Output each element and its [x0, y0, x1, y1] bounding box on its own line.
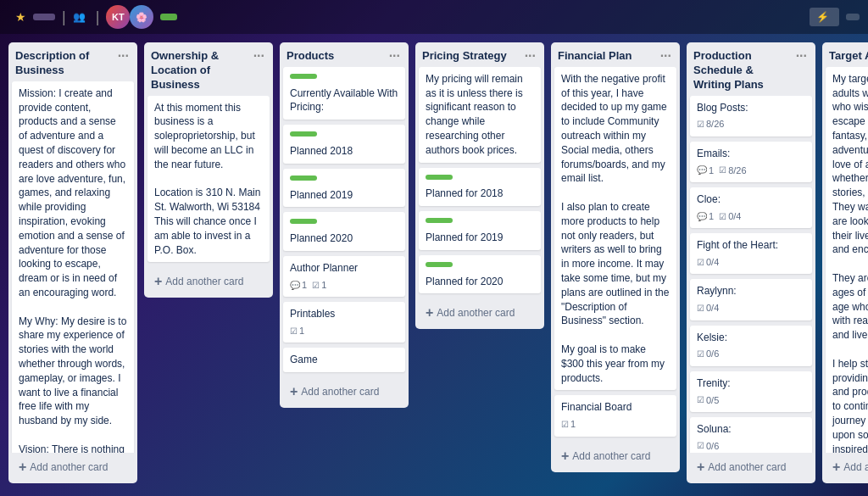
card-text: Author Planner	[290, 261, 398, 276]
card-footer: 💬 1☑ 1	[290, 279, 398, 292]
board-type-badge	[33, 14, 55, 20]
plus-icon: +	[290, 384, 298, 399]
butler-button[interactable]: ⚡	[810, 8, 839, 26]
table-row[interactable]: Raylynn:☑ 0/4	[690, 279, 812, 320]
column-header-col1: Description of Business···	[8, 42, 137, 81]
table-row[interactable]: Currently Available With Pricing:	[283, 67, 405, 120]
table-row[interactable]: Planned 2020	[283, 212, 405, 251]
column-header-col7: Target Audience···	[822, 42, 868, 67]
card-text: Soluna:	[697, 422, 805, 437]
column-menu-col3[interactable]: ···	[387, 49, 402, 63]
separator: |	[62, 8, 66, 26]
plus-icon: +	[697, 460, 704, 475]
column-body-col2: At this moment this business is a solepr…	[144, 96, 273, 268]
invite-button[interactable]	[160, 14, 177, 20]
add-card-label: Add another card	[301, 386, 379, 398]
plus-icon: +	[832, 460, 840, 475]
add-card-button-col1[interactable]: +Add another card	[12, 454, 134, 480]
card-checklist-count: ☑ 8/26	[697, 118, 724, 131]
table-row[interactable]: Planned for 2019	[419, 211, 541, 250]
add-card-label: Add another card	[165, 276, 243, 287]
add-card-button-col7[interactable]: +Add another card	[826, 454, 868, 480]
checklist-icon: ☑	[697, 257, 704, 269]
table-row[interactable]: Blog Posts:☑ 8/26	[690, 96, 812, 137]
column-body-col3: Currently Available With Pricing:Planned…	[280, 67, 409, 377]
add-card-button-col4[interactable]: +Add another card	[419, 300, 541, 326]
column-menu-col1[interactable]: ···	[116, 49, 131, 63]
card-label	[290, 131, 317, 137]
column-body-col5: With the negative profit of this year, I…	[551, 67, 680, 442]
butler-icon: ⚡	[816, 11, 829, 23]
card-footer: ☑ 1	[561, 418, 670, 431]
card-comment-count: 💬 1	[697, 210, 714, 223]
add-card-button-col5[interactable]: +Add another card	[554, 443, 676, 469]
table-row[interactable]: Fight of the Heart:☑ 0/4	[690, 233, 812, 274]
card-text: Planned for 2020	[426, 275, 534, 289]
add-card-button-col6[interactable]: +Add another card	[690, 454, 812, 480]
column-menu-col4[interactable]: ···	[523, 49, 537, 63]
checklist-icon: ☑	[697, 440, 704, 452]
add-card-label: Add another card	[843, 461, 868, 473]
plus-icon: +	[154, 274, 162, 289]
table-row[interactable]: Planned 2019	[283, 169, 405, 208]
table-row[interactable]: Soluna:☑ 0/6	[690, 417, 812, 453]
add-card-button-col3[interactable]: +Add another card	[283, 379, 405, 404]
column-menu-col5[interactable]: ···	[659, 49, 673, 63]
team-visibility[interactable]: 👥	[73, 11, 89, 23]
avatar2[interactable]: 🌸	[130, 5, 153, 29]
table-row[interactable]: With the negative profit of this year, I…	[554, 67, 676, 391]
column-title-col1: Description of Business	[15, 49, 116, 78]
table-row[interactable]: Financial Board☑ 1	[554, 395, 676, 436]
card-text: Trenity:	[697, 376, 805, 391]
column-header-col5: Financial Plan···	[551, 42, 680, 67]
column-col1: Description of Business···Mission: I cre…	[8, 42, 137, 483]
card-text: With the negative profit of this year, I…	[561, 72, 670, 386]
card-text: Financial Board	[561, 400, 670, 415]
card-footer: 💬 1☑ 0/4	[697, 210, 805, 223]
column-body-col4: My pricing will remain as it is unless t…	[415, 67, 544, 299]
plus-icon: +	[561, 449, 569, 464]
table-row[interactable]: Game	[283, 348, 405, 372]
card-checklist-count: ☑ 0/6	[697, 348, 719, 360]
checklist-icon: ☑	[719, 211, 726, 223]
column-menu-col6[interactable]: ···	[794, 49, 809, 63]
avatar[interactable]: KT	[106, 5, 130, 29]
column-col2: Ownership & Location of Business···At th…	[144, 42, 273, 298]
table-row[interactable]: My target audience are adults with busy …	[826, 67, 868, 453]
table-row[interactable]: My pricing will remain as it is unless t…	[419, 67, 541, 163]
card-checklist-count: ☑ 1	[290, 325, 304, 337]
column-menu-col2[interactable]: ···	[252, 49, 266, 63]
column-header-col2: Ownership & Location of Business···	[144, 42, 273, 96]
column-col5: Financial Plan···With the negative profi…	[551, 42, 680, 472]
comment-icon: 💬	[290, 280, 300, 292]
show-menu-button[interactable]	[846, 14, 860, 20]
add-card-label: Add another card	[30, 461, 108, 473]
table-row[interactable]: Planned for 2018	[419, 168, 541, 207]
table-row[interactable]: Planned for 2020	[419, 255, 541, 294]
table-row[interactable]: Mission: I create and provide content, p…	[12, 81, 134, 453]
card-footer: ☑ 0/5	[697, 394, 805, 407]
table-row[interactable]: Kelsie:☑ 0/6	[690, 326, 812, 366]
star-icon[interactable]: ★	[15, 10, 26, 24]
card-checklist-count: ☑ 0/5	[697, 394, 719, 407]
app-header: ★ | 👥 | KT 🌸 ⚡	[0, 0, 868, 34]
table-row[interactable]: Emails:💬 1☑ 8/26	[690, 142, 812, 182]
table-row[interactable]: At this moment this business is a solepr…	[147, 96, 270, 263]
table-row[interactable]: Trenity:☑ 0/5	[690, 371, 812, 412]
card-footer: ☑ 0/6	[697, 348, 805, 360]
card-label	[426, 218, 453, 223]
card-comment-count: 💬 1	[290, 279, 307, 292]
add-card-label: Add another card	[708, 461, 786, 473]
table-row[interactable]: Planned 2018	[283, 125, 405, 164]
table-row[interactable]: Printables☑ 1	[283, 302, 405, 343]
card-checklist-count: ☑ 8/26	[719, 164, 746, 177]
table-row[interactable]: Author Planner💬 1☑ 1	[283, 256, 405, 297]
card-text: My pricing will remain as it is unless t…	[426, 72, 534, 158]
card-text: Fight of the Heart:	[697, 238, 805, 253]
card-text: Planned 2020	[290, 231, 398, 246]
card-checklist-count: ☑ 1	[561, 418, 576, 431]
card-footer: ☑ 8/26	[697, 118, 805, 131]
card-checklist-count: ☑ 0/4	[697, 256, 719, 269]
add-card-button-col2[interactable]: +Add another card	[147, 269, 270, 294]
table-row[interactable]: Cloe:💬 1☑ 0/4	[690, 187, 812, 228]
